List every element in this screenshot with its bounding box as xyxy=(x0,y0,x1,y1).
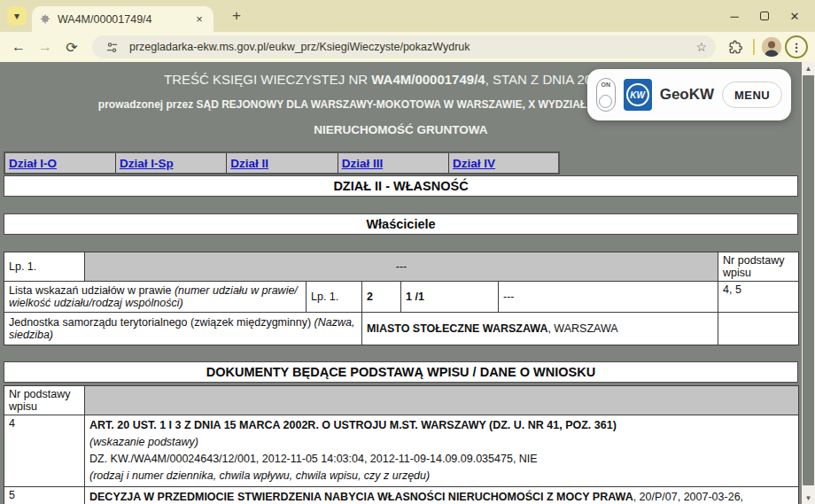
new-tab-button[interactable]: + xyxy=(226,7,247,25)
docs-nr-header-cell: Nr podstawy wpisu xyxy=(4,386,85,415)
bookmark-star-icon[interactable]: ☆ xyxy=(695,40,707,54)
scrollbar-thumb[interactable] xyxy=(803,75,814,485)
address-bar[interactable]: przegladarka-ekw.ms.gov.pl/eukw_prz/Ksie… xyxy=(92,35,716,58)
geokw-toggle[interactable]: ON xyxy=(596,78,616,112)
shares-num-cell: 2 xyxy=(362,282,401,313)
entity-value-cell: MIASTO STOŁECZNE WARSZAWA, WARSZAWA xyxy=(362,313,718,345)
nav-link-dzial-iv[interactable]: Dział IV xyxy=(453,157,495,170)
maximize-icon xyxy=(760,12,769,20)
doc4-journal-caption: (rodzaj i numer dziennika, chwila wpływu… xyxy=(89,468,794,485)
entity-name: MIASTO STOŁECZNE WARSZAWA xyxy=(367,322,547,335)
nav-link-dzial-ii[interactable]: Dział II xyxy=(230,157,268,170)
nav-link-dzial-iii[interactable]: Dział III xyxy=(342,157,384,170)
doc5-decision: DECYZJA W PRZEDMIOCIE STWIERDZENIA NABYC… xyxy=(89,491,633,503)
geokw-menu-button[interactable]: MENU xyxy=(722,81,782,108)
site-settings-icon[interactable] xyxy=(101,41,122,54)
shares-nr-podstawy-cell: 4, 5 xyxy=(718,282,799,313)
tab-title: WA4M/00001749/4 xyxy=(58,13,186,26)
tab-strip: ▾ WA4M/00001749/4 × + ─ ✕ xyxy=(0,0,815,32)
section-header-dzial-ii: DZIAŁ II - WŁASNOŚĆ xyxy=(4,175,798,197)
shares-lp-cell: Lp. 1. xyxy=(307,282,362,313)
entity-label: Jednostka samorządu terytorialnego (zwią… xyxy=(9,316,314,329)
back-button[interactable]: ← xyxy=(7,39,30,55)
toggle-on-label: ON xyxy=(602,81,611,88)
tab-search-button[interactable]: ▾ xyxy=(7,6,27,26)
owners-lp-cell: Lp. 1. xyxy=(4,252,85,282)
kw-logo-ring: KW xyxy=(626,83,649,106)
browser-window: ▾ WA4M/00001749/4 × + ─ ✕ ← → ⟳ xyxy=(0,0,815,504)
toggle-knob[interactable] xyxy=(599,95,612,108)
reload-button[interactable]: ⟳ xyxy=(60,39,83,56)
toolbar-divider xyxy=(753,39,755,55)
owners-dashes-cell: --- xyxy=(85,252,718,282)
title-prefix: TREŚĆ KSIĘGI WIECZYSTEJ NR xyxy=(164,72,371,87)
doc-row-nr: 4 xyxy=(4,415,85,487)
entity-label-cell: Jednostka samorządu terytorialnego (zwią… xyxy=(4,313,362,345)
nr-podstawy-header-cell: Nr podstawy wpisu xyxy=(718,252,799,282)
active-tab[interactable]: WA4M/00001749/4 × xyxy=(32,6,213,32)
browser-menu-button[interactable]: ⋮ xyxy=(785,35,808,58)
documents-table: Nr podstawy wpisu 4 ART. 20 UST. 1 I 3 Z… xyxy=(4,385,799,504)
kw-logo-icon: KW xyxy=(624,79,652,111)
geokw-title: GeoKW xyxy=(660,86,714,104)
window-controls: ─ ✕ xyxy=(719,0,810,32)
url-text[interactable]: przegladarka-ekw.ms.gov.pl/eukw_prz/Ksie… xyxy=(129,41,688,53)
page-scrollbar[interactable]: ▲ ▼ xyxy=(802,62,815,504)
section-header-documents: DOKUMENTY BĘDĄCE PODSTAWĄ WPISU / DANE O… xyxy=(4,361,798,383)
owners-table: Lp. 1. --- Nr podstawy wpisu Lista wskaz… xyxy=(4,252,799,345)
tab-close-icon[interactable]: × xyxy=(192,12,206,27)
nav-cell: Dział IV xyxy=(449,152,559,174)
shares-fraction-cell: 1 /1 xyxy=(401,282,499,313)
nav-cell: Dział III xyxy=(338,152,448,174)
extensions-puzzle-icon[interactable] xyxy=(725,39,746,55)
shares-label-cell: Lista wskazań udziałów w prawie (numer u… xyxy=(4,282,307,313)
doc-row-nr: 5 xyxy=(4,487,85,504)
doc-row-content: DECYZJA W PRZEDMIOCIE STWIERDZENIA NABYC… xyxy=(85,487,799,504)
doc-row-content: ART. 20 UST. 1 I 3 Z DNIA 15 MARCA 2002R… xyxy=(85,415,799,487)
nav-cell: Dział II xyxy=(227,152,338,174)
entity-seat: , WARSZAWA xyxy=(547,322,617,335)
section-nav-table: Dział I-O Dział I-Sp Dział II Dział III … xyxy=(4,151,560,174)
nav-cell: Dział I-O xyxy=(4,152,115,174)
nav-link-dzial-i-sp[interactable]: Dział I-Sp xyxy=(120,157,174,170)
scroll-down-icon[interactable]: ▼ xyxy=(802,492,815,504)
property-type: NIERUCHOMOŚĆ GRUNTOWA xyxy=(4,123,798,136)
chevron-down-icon: ▾ xyxy=(14,10,19,22)
doc4-journal: DZ. KW./WA4M/00024643/12/001, 2012-11-05… xyxy=(89,451,794,468)
geokw-widget: ON KW GeoKW MENU xyxy=(587,69,791,120)
section-header-owners: Właściciele xyxy=(4,213,798,235)
nav-cell: Dział I-Sp xyxy=(115,152,226,174)
maximize-button[interactable] xyxy=(749,0,780,32)
doc4-basis: ART. 20 UST. 1 I 3 Z DNIA 15 MARCA 2002R… xyxy=(89,417,794,434)
shares-dash-cell: --- xyxy=(499,282,718,313)
entity-nr-cell xyxy=(718,313,799,345)
kw-number: WA4M/00001749/4 xyxy=(371,72,485,87)
forward-button[interactable]: → xyxy=(34,39,57,55)
nav-link-dzial-i-o[interactable]: Dział I-O xyxy=(9,157,57,170)
page-content: ON KW GeoKW MENU TREŚĆ KSIĘGI WIECZYSTEJ… xyxy=(0,62,815,504)
profile-avatar[interactable] xyxy=(762,37,781,57)
minimize-button[interactable]: ─ xyxy=(719,0,749,32)
document-body: TREŚĆ KSIĘGI WIECZYSTEJ NR WA4M/00001749… xyxy=(0,62,802,504)
scroll-up-icon[interactable]: ▲ xyxy=(802,62,815,74)
doc4-basis-caption: (wskazanie podstawy) xyxy=(89,434,794,451)
favicon-eagle-icon xyxy=(39,13,51,26)
browser-toolbar: ← → ⟳ przegladarka-ekw.ms.gov.pl/eukw_pr… xyxy=(0,32,815,62)
docs-header-spacer-cell xyxy=(85,386,799,415)
shares-label: Lista wskazań udziałów w prawie xyxy=(9,284,175,297)
close-window-button[interactable]: ✕ xyxy=(780,0,810,32)
